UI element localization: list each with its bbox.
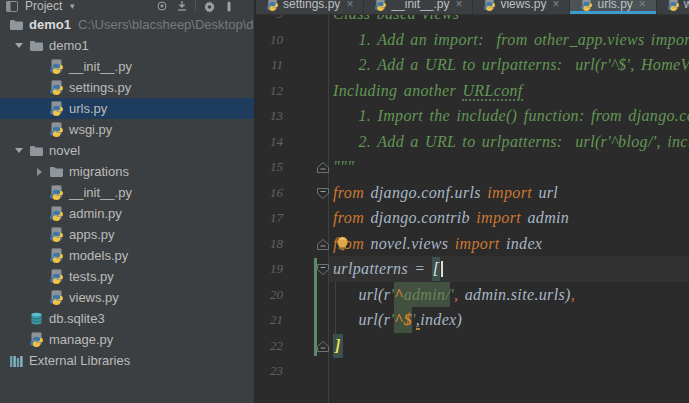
fold-end-icon[interactable] <box>316 160 330 173</box>
intention-bulb-icon[interactable] <box>335 235 350 252</box>
code-line-13[interactable]: 13 1. Import the include() function: fro… <box>256 103 689 129</box>
python-icon <box>48 59 64 75</box>
tree-item-settings-py[interactable]: settings.py <box>0 77 254 98</box>
python-file-icon <box>483 0 496 11</box>
line-number: 11 <box>256 52 283 78</box>
tree-item-label: novel <box>49 143 80 158</box>
folder-icon <box>8 17 24 33</box>
scroll-from-source-icon[interactable] <box>175 0 189 12</box>
tab--init-py[interactable]: __init__.py× <box>364 0 473 14</box>
code-text: 2. Add a URL to urlpatterns: url(r'^$', … <box>333 52 689 78</box>
tree-item-db-sqlite3[interactable]: db.sqlite3 <box>0 308 254 329</box>
code-line-17[interactable]: 17from django.contrib import admin <box>256 205 689 231</box>
tree-item-apps-py[interactable]: apps.py <box>0 224 254 245</box>
code-text: url(r'^admin/', admin.site.urls), <box>333 282 689 308</box>
tree-item-manage-py[interactable]: manage.py <box>0 329 254 350</box>
close-icon[interactable]: × <box>455 0 462 11</box>
code-line-20[interactable]: 20 url(r'^admin/', admin.site.urls), <box>256 282 689 308</box>
tree-item-label: __init__.py <box>69 185 132 200</box>
fold-start-icon[interactable] <box>316 186 330 199</box>
tree-item-external-libraries[interactable]: External Libraries <box>0 350 254 371</box>
code-text: 1. Import the include() function: from d… <box>333 103 689 129</box>
python-file-icon <box>374 0 387 11</box>
project-panel-header: Project ▼ <box>0 0 254 14</box>
line-number: 12 <box>256 78 283 104</box>
code-line-21[interactable]: 21 url(r'^$',index) <box>256 307 689 333</box>
line-number: 14 <box>256 129 283 155</box>
python-icon <box>48 206 64 222</box>
editor-area[interactable]: 9Class based views10 1. Add an import: f… <box>256 0 689 403</box>
tree-item-label: __init__.py <box>69 59 132 74</box>
tool-window-anchor-icon[interactable] <box>5 0 19 12</box>
text-cursor <box>441 261 443 277</box>
line-number: 10 <box>256 27 283 53</box>
folder-icon <box>48 164 64 180</box>
header-divider <box>195 1 196 11</box>
fold-end-icon[interactable] <box>316 339 330 352</box>
line-number: 17 <box>256 205 283 231</box>
tree-item-label: settings.py <box>69 80 131 95</box>
tab-label: __init__.py <box>391 0 449 11</box>
project-panel-title[interactable]: Project <box>25 0 62 13</box>
python-icon <box>48 80 64 96</box>
tree-item-label: views.py <box>69 290 119 305</box>
line-number: 19 <box>256 256 283 282</box>
code-text: ] <box>333 333 689 359</box>
close-icon[interactable]: × <box>552 0 559 11</box>
tree-item-label: demo1 <box>49 38 89 53</box>
tab-label: urls.py <box>597 0 632 11</box>
code-text: Including another URLconf <box>333 78 689 104</box>
tab-views-py[interactable]: views.py× <box>473 0 570 14</box>
tree-item-tests-py[interactable]: tests.py <box>0 266 254 287</box>
code-text: 1. Add an import: from other_app.views i… <box>333 27 689 53</box>
code-line-14[interactable]: 14 2. Add a URL to urlpatterns: url(r'^b… <box>256 129 689 155</box>
expanded-arrow-icon[interactable] <box>10 148 28 153</box>
tree-item-models-py[interactable]: models.py <box>0 245 254 266</box>
python-icon <box>48 290 64 306</box>
tab-settings-py[interactable]: settings.py× <box>256 0 364 14</box>
locate-icon[interactable] <box>155 0 169 12</box>
tree-item-demo1[interactable]: demo1 <box>0 35 254 56</box>
tab-urls-py[interactable]: urls.py× <box>570 0 656 14</box>
tree-item-migrations[interactable]: migrations <box>0 161 254 182</box>
line-number: 21 <box>256 307 283 333</box>
close-icon[interactable]: × <box>639 0 646 11</box>
python-icon <box>28 332 44 348</box>
tab-wsgi-py[interactable]: wsgi.py× <box>657 0 689 14</box>
gear-icon[interactable] <box>202 0 216 12</box>
code-text: from django.contrib import admin <box>333 205 689 231</box>
tree-item-wsgi-py[interactable]: wsgi.py <box>0 119 254 140</box>
collapsed-arrow-icon[interactable] <box>30 168 48 176</box>
fold-start-icon[interactable] <box>316 262 330 275</box>
tree-item-label: demo1 <box>29 17 71 32</box>
tree-item-urls-py[interactable]: urls.py <box>0 98 254 119</box>
project-tree: demo1C:\Users\blacsheep\Desktop\demo1dem… <box>0 14 254 371</box>
code-line-23[interactable]: 23 <box>256 358 689 384</box>
tree-item-label: models.py <box>69 248 128 263</box>
tree-item--init-py[interactable]: __init__.py <box>0 182 254 203</box>
project-path: C:\Users\blacsheep\Desktop\demo1 <box>78 17 254 32</box>
close-icon[interactable]: × <box>346 0 353 11</box>
tree-item-views-py[interactable]: views.py <box>0 287 254 308</box>
code-text: 2. Add a URL to urlpatterns: url(r'^blog… <box>333 129 689 155</box>
expanded-arrow-icon[interactable] <box>10 43 28 48</box>
tree-item-novel[interactable]: novel <box>0 140 254 161</box>
tab-label: wsgi.py <box>684 0 689 11</box>
chevron-down-icon[interactable]: ▼ <box>68 2 76 11</box>
tree-item--init-py[interactable]: __init__.py <box>0 56 254 77</box>
code-line-10[interactable]: 10 1. Add an import: from other_app.view… <box>256 27 689 53</box>
tree-item-label: apps.py <box>69 227 115 242</box>
tree-item-admin-py[interactable]: admin.py <box>0 203 254 224</box>
tree-item-label: manage.py <box>49 332 113 347</box>
code-text: from novel.views import index <box>333 231 689 257</box>
fold-end-icon[interactable] <box>316 237 330 250</box>
tree-item-label: External Libraries <box>29 353 130 368</box>
code-line-11[interactable]: 11 2. Add a URL to urlpatterns: url(r'^$… <box>256 52 689 78</box>
code-line-12[interactable]: 12Including another URLconf <box>256 78 689 104</box>
tree-item-label: urls.py <box>69 101 107 116</box>
line-number: 13 <box>256 103 283 129</box>
editor-tabs: settings.py×__init__.py×views.py×urls.py… <box>256 0 689 15</box>
hide-panel-icon[interactable] <box>222 0 236 12</box>
tree-item-label: admin.py <box>69 206 122 221</box>
tree-item-demo1[interactable]: demo1C:\Users\blacsheep\Desktop\demo1 <box>0 14 254 35</box>
